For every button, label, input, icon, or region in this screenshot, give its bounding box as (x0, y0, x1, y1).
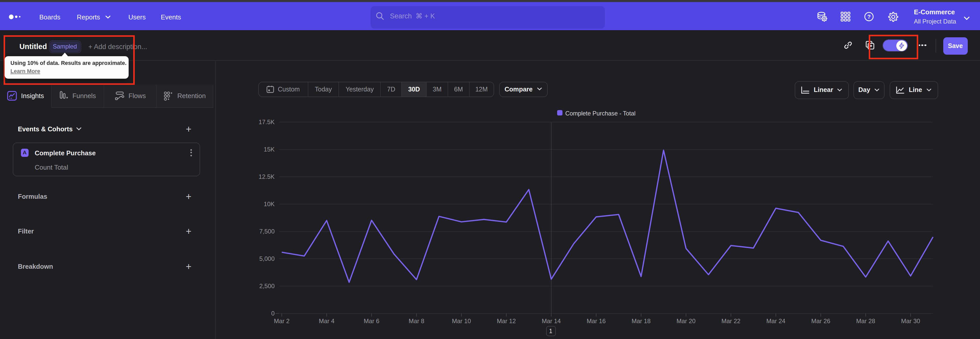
svg-text:Complete Purchase - Total: Complete Purchase - Total (565, 110, 635, 117)
svg-text:Mar 10: Mar 10 (452, 318, 471, 325)
svg-text:Mar 4: Mar 4 (319, 318, 334, 325)
svg-text:Mar 18: Mar 18 (632, 318, 651, 325)
svg-text:5,000: 5,000 (259, 255, 275, 262)
svg-text:7,500: 7,500 (259, 228, 275, 235)
svg-text:Mar 26: Mar 26 (811, 318, 830, 325)
svg-text:Mar 30: Mar 30 (901, 318, 920, 325)
svg-text:Mar 14: Mar 14 (542, 318, 561, 325)
svg-text:2,500: 2,500 (259, 283, 275, 289)
svg-text:Mar 16: Mar 16 (587, 318, 606, 325)
svg-text:15K: 15K (264, 146, 275, 153)
svg-text:Mar 24: Mar 24 (767, 318, 786, 325)
svg-text:Mar 22: Mar 22 (721, 318, 741, 325)
svg-text:12.5K: 12.5K (259, 173, 275, 180)
svg-text:Mar 8: Mar 8 (409, 318, 424, 325)
svg-text:?: ? (867, 13, 870, 20)
svg-text:Mar 2: Mar 2 (274, 318, 290, 325)
svg-text:17.5K: 17.5K (259, 118, 275, 125)
svg-text:Mar 28: Mar 28 (856, 318, 875, 325)
svg-text:10K: 10K (264, 200, 275, 208)
svg-text:Mar 12: Mar 12 (497, 318, 516, 325)
svg-text:Mar 6: Mar 6 (364, 318, 379, 325)
svg-text:Mar 20: Mar 20 (676, 318, 696, 325)
svg-text:0: 0 (271, 310, 275, 317)
